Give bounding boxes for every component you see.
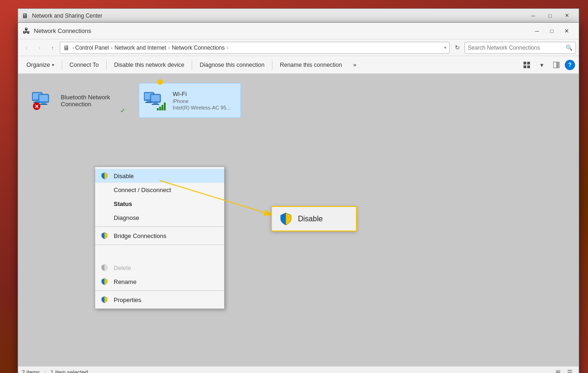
status-list-view-button[interactable]: ☰ bbox=[565, 367, 575, 373]
status-bar-right: ⊞ ☰ bbox=[553, 367, 575, 373]
diagnose-button[interactable]: Diagnose this connection bbox=[195, 58, 269, 71]
disable-popup-button[interactable]: Disable bbox=[271, 206, 357, 232]
svg-rect-13 bbox=[40, 104, 47, 105]
organize-button[interactable]: Organize ▾ bbox=[22, 58, 59, 71]
svg-rect-24 bbox=[157, 108, 159, 110]
disable-device-label: Disable this network device bbox=[114, 62, 184, 68]
wifi-detail: Intel(R) Wireless-AC 95... bbox=[173, 105, 236, 110]
content-area[interactable]: ✕ Bluetooth Network Connection ✓ bbox=[18, 74, 579, 366]
ctx-status-label: Status bbox=[114, 200, 132, 207]
window-title: Network Connections bbox=[34, 27, 530, 34]
disable-device-button[interactable]: Disable this network device bbox=[110, 58, 189, 71]
svg-rect-22 bbox=[153, 103, 158, 104]
wifi-info: Wi-Fi iPhone Intel(R) Wireless-AC 95... bbox=[173, 90, 236, 110]
bg-window-titlebar: 🖥 Network and Sharing Center ─ □ ✕ bbox=[18, 8, 579, 22]
toolbar-separator-3 bbox=[192, 60, 192, 70]
bg-close-button[interactable]: ✕ bbox=[558, 9, 575, 22]
refresh-button[interactable]: ↻ bbox=[452, 42, 463, 53]
close-button[interactable]: ✕ bbox=[559, 24, 574, 39]
grid-icon bbox=[523, 62, 530, 68]
svg-rect-2 bbox=[523, 65, 526, 68]
breadcrumb-control-panel[interactable]: Control Panel bbox=[75, 45, 109, 51]
ctx-diagnose-item[interactable]: Diagnose bbox=[95, 211, 224, 225]
diagnose-label: Diagnose this connection bbox=[200, 62, 265, 68]
ctx-rename-item[interactable]: Rename bbox=[95, 275, 224, 289]
svg-rect-0 bbox=[523, 62, 526, 64]
ctx-bridge-shield-icon bbox=[100, 231, 109, 240]
status-grid-view-button[interactable]: ⊞ bbox=[553, 367, 563, 373]
back-button[interactable]: ‹ bbox=[21, 42, 32, 53]
ctx-status-item[interactable]: Status bbox=[95, 197, 224, 211]
ctx-connect-label: Connect / Disconnect bbox=[114, 186, 171, 193]
breadcrumb-network-internet[interactable]: Network and Internet bbox=[115, 45, 166, 51]
ctx-disable-shield-icon bbox=[100, 171, 109, 180]
bg-minimize-button[interactable]: ─ bbox=[525, 9, 542, 22]
path-dropdown-arrow[interactable]: ▾ bbox=[444, 45, 446, 50]
ctx-shortcut-item[interactable] bbox=[95, 247, 224, 261]
breadcrumb-network-connections[interactable]: Network Connections bbox=[172, 45, 225, 51]
svg-rect-21 bbox=[151, 95, 160, 101]
svg-rect-25 bbox=[159, 107, 161, 110]
organize-label: Organize bbox=[26, 62, 50, 68]
bluetooth-icon: ✕ bbox=[32, 89, 56, 113]
path-sep2: › bbox=[111, 45, 113, 51]
address-path[interactable]: 🖥 › Control Panel › Network and Internet… bbox=[60, 42, 450, 54]
path-sep1: › bbox=[72, 45, 74, 51]
props-shield-svg bbox=[100, 296, 109, 304]
view-dropdown-button[interactable]: ▾ bbox=[535, 58, 548, 71]
rename-label: Rename this connection bbox=[280, 62, 342, 68]
rename-shield-svg bbox=[100, 277, 109, 286]
svg-rect-3 bbox=[527, 65, 530, 68]
items-count: 2 items bbox=[22, 369, 40, 373]
ctx-disable-item[interactable]: Disable bbox=[95, 169, 224, 183]
up-button[interactable]: ↑ bbox=[47, 42, 58, 53]
svg-rect-11 bbox=[39, 95, 48, 101]
ctx-bridge-label: Bridge Connections bbox=[114, 232, 166, 239]
path-sep4: › bbox=[226, 45, 228, 51]
delete-shield-svg bbox=[100, 264, 109, 272]
rename-button[interactable]: Rename this connection bbox=[275, 58, 347, 71]
ctx-rename-shield-icon bbox=[100, 277, 109, 286]
forward-button[interactable]: › bbox=[34, 42, 45, 53]
bluetooth-icon-svg: ✕ bbox=[32, 89, 56, 113]
bluetooth-info: Bluetooth Network Connection bbox=[61, 94, 125, 108]
svg-rect-27 bbox=[164, 103, 166, 110]
bridge-shield-svg bbox=[100, 232, 109, 240]
address-bar: ‹ › ↑ 🖥 › Control Panel › Network and In… bbox=[18, 39, 579, 56]
ctx-bridge-item[interactable]: Bridge Connections bbox=[95, 229, 224, 243]
view-toggle-button[interactable] bbox=[520, 58, 533, 71]
bg-window-controls: ─ □ ✕ bbox=[525, 9, 575, 22]
search-box[interactable]: 🔍 bbox=[465, 42, 576, 54]
svg-rect-26 bbox=[162, 105, 163, 110]
ctx-delete-shield-icon bbox=[100, 263, 109, 272]
status-bar: 2 items | 1 item selected ⊞ ☰ bbox=[18, 366, 579, 373]
minimize-button[interactable]: ─ bbox=[530, 24, 544, 39]
ctx-properties-item[interactable]: Properties bbox=[95, 293, 224, 307]
search-icon[interactable]: 🔍 bbox=[566, 45, 573, 51]
preview-pane-button[interactable] bbox=[550, 58, 563, 71]
checkmark-icon: ✓ bbox=[120, 107, 126, 114]
svg-rect-1 bbox=[527, 62, 530, 64]
search-input[interactable] bbox=[468, 45, 566, 51]
svg-rect-12 bbox=[41, 103, 46, 104]
toolbar: Organize ▾ Connect To Disable this netwo… bbox=[18, 56, 579, 74]
svg-rect-23 bbox=[152, 104, 159, 105]
ctx-disable-label: Disable bbox=[114, 173, 134, 180]
bg-window-title: Network and Sharing Center bbox=[32, 13, 525, 19]
wifi-connection-item[interactable]: Wi-Fi iPhone Intel(R) Wireless-AC 95... bbox=[139, 83, 241, 118]
network-icons-area: ✕ Bluetooth Network Connection ✓ bbox=[18, 74, 579, 127]
wifi-icon-svg bbox=[144, 89, 168, 113]
connect-to-button[interactable]: Connect To bbox=[65, 58, 103, 71]
svg-rect-4 bbox=[553, 62, 557, 68]
bg-maximize-button[interactable]: □ bbox=[542, 9, 558, 22]
bluetooth-connection-item[interactable]: ✕ Bluetooth Network Connection ✓ bbox=[27, 83, 129, 118]
ctx-connect-item[interactable]: Connect / Disconnect bbox=[95, 183, 224, 197]
ctx-delete-item[interactable]: Delete bbox=[95, 261, 224, 275]
ctx-separator-1 bbox=[95, 226, 224, 227]
help-button[interactable]: ? bbox=[565, 60, 575, 70]
path-sep3: › bbox=[168, 45, 170, 51]
more-button[interactable]: » bbox=[349, 58, 361, 71]
connect-to-label: Connect To bbox=[70, 62, 99, 68]
toolbar-separator-2 bbox=[106, 60, 107, 70]
maximize-button[interactable]: □ bbox=[544, 24, 559, 39]
